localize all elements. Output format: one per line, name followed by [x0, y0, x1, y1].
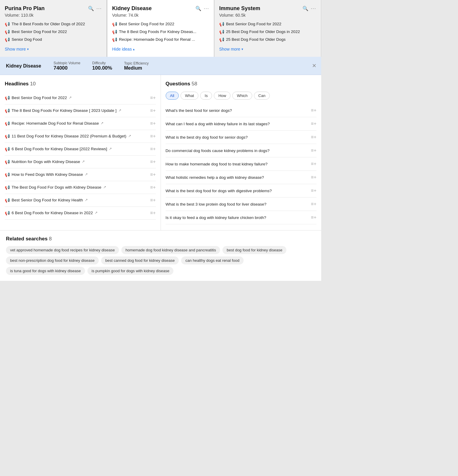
external-link-icon[interactable]: ↗ — [85, 198, 88, 202]
external-link-icon[interactable]: ↗ — [109, 147, 112, 151]
detail-topic-efficiency: Topic Efficiency Medium — [124, 61, 148, 71]
filter-tab-how[interactable]: How — [214, 92, 230, 100]
external-link-icon[interactable]: ↗ — [118, 108, 121, 112]
add-to-list-icon[interactable]: ≡+ — [311, 108, 316, 113]
filter-tab-which[interactable]: Which — [232, 92, 252, 100]
question-item: What's the best food for senior dogs? ≡+ — [166, 104, 317, 117]
hide-ideas-button[interactable]: Hide ideas ▴ — [112, 47, 135, 51]
related-searches-title: Related searches 8 — [6, 236, 315, 242]
headline-text: Best Senior Dog Food for Kidney Health — [12, 198, 83, 202]
related-tag[interactable]: best canned dog food for kidney disease — [101, 256, 179, 264]
add-to-list-icon[interactable]: ≡+ — [150, 108, 156, 113]
add-to-list-icon[interactable]: ≡+ — [150, 210, 156, 216]
external-link-icon[interactable]: ↗ — [69, 95, 72, 100]
card-item: 📢 Best Senior Dog Food for 2022 — [219, 22, 316, 26]
related-tag[interactable]: homemade dog food kidney disease and pan… — [121, 246, 220, 254]
external-link-icon[interactable]: ↗ — [101, 121, 103, 125]
filter-tab-can[interactable]: Can — [254, 92, 270, 100]
add-to-list-icon[interactable]: ≡+ — [150, 121, 156, 126]
question-text: What is the best 3 low protein dog food … — [166, 202, 311, 206]
related-tag[interactable]: can healthy dogs eat renal food — [181, 256, 243, 264]
more-icon[interactable]: ··· — [96, 5, 102, 12]
add-to-list-icon[interactable]: ≡+ — [150, 134, 156, 139]
more-icon[interactable]: ··· — [204, 5, 209, 12]
external-link-icon[interactable]: ↗ — [82, 159, 85, 164]
headline-actions: ≡+ — [150, 210, 156, 216]
external-link-icon[interactable]: ↗ — [95, 211, 98, 215]
question-text: Do commercial dog foods cause kidney pro… — [166, 148, 311, 153]
close-button[interactable]: ✕ — [312, 62, 316, 69]
add-to-list-icon[interactable]: ≡+ — [311, 121, 316, 126]
add-to-list-icon[interactable]: ≡+ — [150, 95, 156, 101]
main-content: Headlines 10 📢 Best Senior Dog Food for … — [0, 75, 321, 230]
external-link-icon[interactable]: ↗ — [128, 134, 131, 138]
related-tags-container: vet approved homemade dog food recipes f… — [6, 246, 315, 275]
add-to-list-icon[interactable]: ≡+ — [311, 161, 316, 167]
card-immune: Immune System 🔍 ··· Volume: 60.5k 📢 Best… — [214, 0, 321, 57]
add-to-list-icon[interactable]: ≡+ — [311, 188, 316, 193]
question-text: What's the best food for senior dogs? — [166, 108, 311, 113]
headline-text: Recipe: Homemade Dog Food for Renal Dise… — [12, 121, 99, 126]
filter-tab-is[interactable]: Is — [200, 92, 212, 100]
card-purina-volume: Volume: 110.0k — [5, 13, 102, 18]
card-item: 📢 Senior Dog Food — [5, 37, 102, 42]
headline-actions: ≡+ — [150, 95, 156, 101]
headline-item: 📢 How to Feed Dogs With Kidney Disease ↗… — [5, 168, 156, 181]
card-item: 📢 The 8 Best Dog Foods For Kidney Diseas… — [112, 29, 209, 34]
search-icon[interactable]: 🔍 — [302, 6, 308, 11]
headline-item: 📢 The 8 Best Dog Foods For Kidney Diseas… — [5, 104, 156, 117]
related-tag[interactable]: is pumpkin good for dogs with kidney dis… — [87, 267, 174, 275]
headline-left: 📢 Best Senior Dog Food for 2022 ↗ — [5, 95, 148, 100]
card-item: 📢 Recipe: Homemade Dog Food for Renal ..… — [112, 37, 209, 42]
questions-title: Questions 58 — [166, 81, 317, 87]
filter-tab-what[interactable]: What — [181, 92, 198, 100]
megaphone-blue-icon: 📢 — [5, 108, 10, 113]
related-tag[interactable]: best non-prescription dog food for kidne… — [6, 256, 99, 264]
add-to-list-icon[interactable]: ≡+ — [311, 215, 316, 220]
related-tag[interactable]: vet approved homemade dog food recipes f… — [6, 246, 119, 254]
detail-topic-efficiency-label: Topic Efficiency — [124, 61, 148, 65]
headline-left: 📢 How to Feed Dogs With Kidney Disease ↗ — [5, 172, 148, 177]
headline-text: How to Feed Dogs With Kidney Disease — [12, 172, 83, 177]
headline-item: 📢 Best Senior Dog Food for Kidney Health… — [5, 194, 156, 207]
megaphone-blue-icon: 📢 — [219, 37, 224, 42]
external-link-icon[interactable]: ↗ — [103, 185, 106, 189]
add-to-list-icon[interactable]: ≡+ — [150, 172, 156, 177]
megaphone-gray-icon: 📢 — [5, 198, 10, 203]
show-more-button-purina[interactable]: Show more ▾ — [5, 47, 29, 51]
external-link-icon[interactable]: ↗ — [85, 172, 88, 176]
megaphone-green-icon: 📢 — [112, 22, 117, 26]
megaphone-green-icon: 📢 — [5, 22, 10, 26]
add-to-list-icon[interactable]: ≡+ — [311, 201, 316, 207]
search-icon[interactable]: 🔍 — [88, 6, 94, 11]
detail-difficulty-label: Difficulty — [92, 61, 112, 65]
detail-panel: Kidney Disease Subtopic Volume 74000 Dif… — [0, 57, 321, 75]
detail-subtopic-volume-label: Subtopic Volume — [54, 61, 80, 65]
card-purina-icons: 🔍 ··· — [88, 5, 102, 12]
megaphone-gray-icon: 📢 — [5, 185, 10, 190]
search-icon[interactable]: 🔍 — [195, 6, 201, 11]
related-tag[interactable]: is tuna good for dogs with kidney diseas… — [6, 267, 85, 275]
megaphone-blue-icon: 📢 — [112, 37, 117, 42]
question-item: What can I feed a dog with kidney failur… — [166, 117, 317, 131]
card-immune-icons: 🔍 ··· — [302, 5, 316, 12]
headline-item: 📢 11 Best Dog Food for Kidney Disease 20… — [5, 130, 156, 143]
headline-left: 📢 Nutrition for Dogs with Kidney Disease… — [5, 159, 148, 164]
headline-actions: ≡+ — [150, 198, 156, 203]
add-to-list-icon[interactable]: ≡+ — [311, 175, 316, 180]
add-to-list-icon[interactable]: ≡+ — [150, 146, 156, 152]
megaphone-gray-icon: 📢 — [5, 147, 10, 151]
add-to-list-icon[interactable]: ≡+ — [150, 159, 156, 165]
add-to-list-icon[interactable]: ≡+ — [311, 148, 316, 153]
related-tag[interactable]: best dog food for kidney disease — [222, 246, 286, 254]
card-kidney-volume: Volume: 74.0k — [112, 13, 209, 18]
show-more-button-immune[interactable]: Show more ▾ — [219, 47, 243, 51]
add-to-list-icon[interactable]: ≡+ — [150, 198, 156, 203]
more-icon[interactable]: ··· — [311, 5, 316, 12]
filter-tab-all[interactable]: All — [166, 92, 179, 100]
card-item-text: Senior Dog Food — [12, 37, 42, 42]
questions-section: Questions 58 All What Is How Which Can W… — [161, 75, 321, 230]
add-to-list-icon[interactable]: ≡+ — [311, 134, 316, 140]
headline-actions: ≡+ — [150, 121, 156, 126]
add-to-list-icon[interactable]: ≡+ — [150, 185, 156, 190]
